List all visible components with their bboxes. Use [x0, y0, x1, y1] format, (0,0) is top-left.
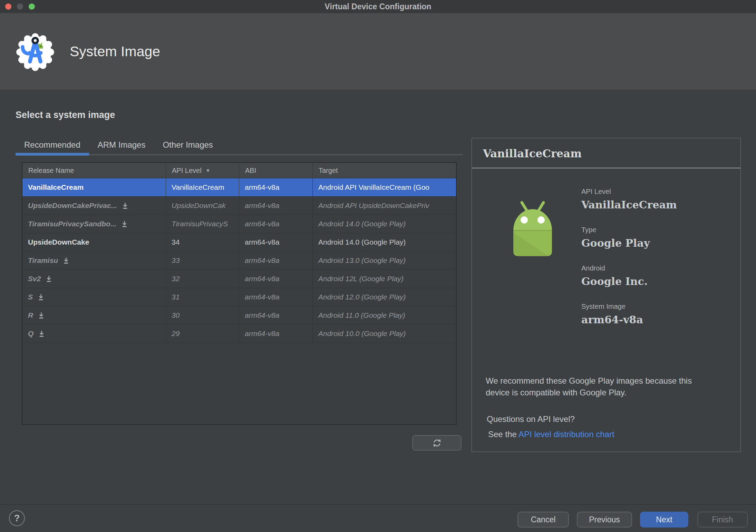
abi-cell: arm64-v8a [239, 325, 313, 343]
abi-cell: arm64-v8a [239, 215, 313, 233]
table-row-sv2[interactable]: Sv2 32 arm64-v8a Android 12L (Google Pla… [22, 270, 456, 288]
target-cell: Android 10.0 (Google Play) [313, 325, 456, 343]
api-level-cell: 30 [166, 306, 239, 324]
target-cell: Android 13.0 (Google Play) [313, 252, 456, 269]
virtual-device-configuration-window: Virtual Device Configuration [0, 0, 756, 532]
table-row-r[interactable]: R 30 arm64-v8a Android 11.0 (Google Play… [22, 306, 456, 325]
table-row-upsidedowncake[interactable]: UpsideDownCake 34 arm64-v8a Android 14.0… [22, 233, 456, 252]
api-question-text: Questions on API level? [487, 414, 575, 424]
release-name-cell: Sv2 [22, 270, 166, 288]
android-studio-logo-icon [16, 30, 55, 72]
column-header-api-level[interactable]: API Level ▼ [166, 163, 239, 178]
field-value: arm64-v8a [581, 314, 677, 326]
release-name-cell: UpsideDownCakePrivac... [22, 197, 166, 215]
download-icon[interactable] [38, 330, 45, 338]
api-distribution-chart-link[interactable]: API level distribution chart [518, 430, 614, 439]
target-cell: Android 11.0 (Google Play) [313, 306, 456, 324]
tab-bar: Recommended ARM Images Other Images [16, 137, 222, 153]
section-title: Select a system image [16, 110, 115, 120]
finish-button[interactable]: Finish [697, 512, 748, 528]
field-label: System Image [581, 303, 677, 311]
api-level-cell: TiramisuPrivacyS [166, 215, 239, 233]
sort-descending-icon: ▼ [206, 168, 211, 173]
abi-cell: arm64-v8a [239, 178, 313, 196]
column-header-release-name[interactable]: Release Name [22, 163, 166, 178]
abi-cell: arm64-v8a [239, 288, 313, 306]
window-title: Virtual Device Configuration [0, 0, 756, 13]
table-row-vanillaicecream[interactable]: VanillaIceCream VanillaIceCream arm64-v8… [22, 178, 456, 197]
table-header-row: Release Name API Level ▼ ABI Target [22, 163, 456, 178]
details-separator [472, 168, 740, 168]
table-body: VanillaIceCream VanillaIceCream arm64-v8… [22, 178, 456, 343]
abi-cell: arm64-v8a [239, 270, 313, 288]
api-level-cell: UpsideDownCak [166, 197, 239, 215]
table-row-upsidedowncakeprivac[interactable]: UpsideDownCakePrivac... UpsideDownCak ar… [22, 197, 456, 215]
system-image-table: Release Name API Level ▼ ABI Target Vani… [22, 162, 457, 425]
tab-recommended[interactable]: Recommended [16, 137, 89, 153]
details-field: Type Google Play [581, 226, 677, 249]
details-field: System Image arm64-v8a [581, 303, 677, 326]
table-row-tiramisu[interactable]: Tiramisu 33 arm64-v8a Android 13.0 (Goog… [22, 252, 456, 270]
details-field: API Level VanillaIceCream [581, 188, 677, 211]
table-row-q[interactable]: Q 29 arm64-v8a Android 10.0 (Google Play… [22, 325, 456, 343]
column-header-target[interactable]: Target [313, 163, 456, 178]
download-icon[interactable] [37, 293, 45, 301]
api-level-cell: 32 [166, 270, 239, 288]
api-level-cell: 31 [166, 288, 239, 306]
download-icon[interactable] [38, 312, 45, 319]
api-level-cell: VanillaIceCream [166, 178, 239, 196]
field-value: Google Inc. [581, 275, 677, 287]
details-fields: API Level VanillaIceCream Type Google Pl… [581, 188, 677, 341]
api-link-row: See the API level distribution chart [488, 430, 614, 439]
android-robot-icon [502, 193, 563, 259]
next-button[interactable]: Next [640, 512, 688, 528]
table-row-s[interactable]: S 31 arm64-v8a Android 12.0 (Google Play… [22, 288, 456, 306]
release-name-cell: Q [22, 325, 166, 343]
field-label: Type [581, 226, 677, 234]
previous-button[interactable]: Previous [577, 512, 632, 528]
field-label: API Level [581, 188, 677, 196]
abi-cell: arm64-v8a [239, 197, 313, 215]
download-icon[interactable] [45, 275, 52, 283]
release-name-cell: R [22, 306, 166, 324]
details-panel: VanillaIceCream API Level VanillaIceCrea… [472, 138, 741, 452]
details-field: Android Google Inc. [581, 264, 677, 287]
target-cell: Android 12L (Google Play) [313, 270, 456, 288]
tab-other-images[interactable]: Other Images [154, 137, 221, 153]
details-title: VanillaIceCream [483, 147, 582, 160]
tab-arm-images[interactable]: ARM Images [89, 137, 154, 153]
page-title: System Image [70, 43, 160, 60]
abi-cell: arm64-v8a [239, 233, 313, 251]
target-cell: Android 14.0 (Google Play) [313, 233, 456, 251]
column-header-abi[interactable]: ABI [239, 163, 313, 178]
release-name-cell: TiramisuPrivacySandbo... [22, 215, 166, 233]
download-icon[interactable] [121, 220, 128, 228]
recommendation-text: We recommend these Google Play images be… [486, 375, 710, 398]
active-tab-underline [16, 153, 89, 156]
field-value: VanillaIceCream [581, 199, 677, 211]
release-name-cell: UpsideDownCake [22, 233, 166, 251]
api-level-cell: 34 [166, 233, 239, 251]
see-the-text: See the [488, 430, 518, 439]
table-row-tiramisuprivacysandbo[interactable]: TiramisuPrivacySandbo... TiramisuPrivacy… [22, 215, 456, 233]
title-bar: Virtual Device Configuration [0, 0, 756, 13]
abi-cell: arm64-v8a [239, 306, 313, 324]
api-level-cell: 29 [166, 325, 239, 343]
target-cell: Android API UpsideDownCakePriv [313, 197, 456, 215]
cancel-button[interactable]: Cancel [517, 512, 569, 528]
target-cell: Android API VanillaIceCream (Goo [313, 178, 456, 196]
abi-cell: arm64-v8a [239, 252, 313, 269]
refresh-button[interactable] [412, 435, 462, 451]
field-label: Android [581, 264, 677, 272]
release-name-cell: S [22, 288, 166, 306]
api-level-cell: 33 [166, 252, 239, 269]
help-button[interactable]: ? [9, 510, 25, 526]
wizard-header: System Image [0, 13, 756, 90]
download-icon[interactable] [122, 202, 129, 210]
download-icon[interactable] [62, 257, 70, 265]
question-mark-icon: ? [14, 513, 20, 524]
refresh-icon [432, 438, 442, 448]
field-value: Google Play [581, 237, 677, 249]
release-name-cell: Tiramisu [22, 252, 166, 269]
target-cell: Android 14.0 (Google Play) [313, 215, 456, 233]
